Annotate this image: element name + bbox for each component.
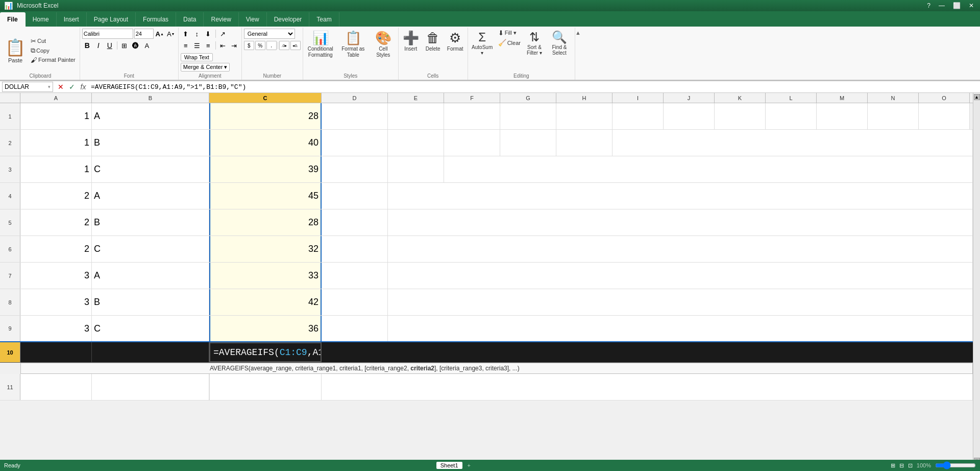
- tab-review[interactable]: Review: [204, 12, 238, 27]
- cell-rest2[interactable]: [612, 130, 973, 156]
- insert-button[interactable]: ➕ Insert: [401, 29, 421, 53]
- orientation-button[interactable]: ↗: [218, 29, 228, 39]
- tab-data[interactable]: Data: [176, 12, 204, 27]
- cell-rest3[interactable]: [444, 156, 973, 182]
- col-header-g[interactable]: G: [500, 93, 556, 103]
- cell-o1[interactable]: [919, 103, 970, 129]
- cell-b8[interactable]: B: [92, 289, 209, 315]
- maximize-btn[interactable]: ⬜: [951, 2, 963, 9]
- cell-c10[interactable]: =AVERAGEIFS(C1:C9,A1:A9,">1",B1:B9,"C"): [209, 342, 322, 362]
- fill-button[interactable]: ⬇ Fill ▾: [496, 29, 523, 37]
- cell-c4[interactable]: 45: [209, 183, 322, 209]
- align-left-button[interactable]: ≡: [181, 40, 191, 51]
- cell-c9[interactable]: 36: [209, 316, 322, 341]
- cell-c11[interactable]: [209, 374, 322, 400]
- cell-e1[interactable]: [388, 103, 444, 129]
- cell-a9[interactable]: 3: [20, 316, 92, 341]
- font-color-button[interactable]: A: [142, 40, 152, 51]
- comma-format-button[interactable]: ,: [266, 41, 277, 50]
- cell-c7[interactable]: 33: [209, 263, 322, 289]
- row-header-1[interactable]: 1: [0, 103, 20, 129]
- col-header-b[interactable]: B: [92, 93, 209, 103]
- decrease-decimal-button[interactable]: ◂0.: [290, 41, 301, 50]
- cell-a1[interactable]: 1: [20, 103, 92, 129]
- indent-increase-button[interactable]: ⇥: [229, 40, 239, 51]
- formula-function-button[interactable]: fx: [79, 83, 88, 91]
- percent-format-button[interactable]: %: [255, 41, 265, 50]
- cell-b2[interactable]: B: [92, 130, 209, 156]
- cell-a5[interactable]: 2: [20, 209, 92, 236]
- cell-d6[interactable]: [322, 236, 388, 262]
- sort-filter-button[interactable]: ⇅ Sort &Filter ▾: [524, 29, 545, 57]
- col-header-f[interactable]: F: [444, 93, 500, 103]
- col-header-j[interactable]: J: [664, 93, 715, 103]
- align-middle-button[interactable]: ↕: [192, 29, 202, 39]
- number-format-dropdown[interactable]: General Number Currency Accounting Short…: [244, 29, 295, 39]
- increase-font-size-button[interactable]: A▲: [155, 29, 165, 39]
- row-header-4[interactable]: 4: [0, 183, 20, 209]
- copy-button[interactable]: ⧉ Copy: [29, 46, 78, 55]
- cell-c2[interactable]: 40: [209, 130, 322, 156]
- expand-ribbon-button[interactable]: ▲: [575, 28, 583, 80]
- cell-d8[interactable]: [322, 289, 388, 315]
- bold-button[interactable]: B: [82, 40, 92, 51]
- cell-d2[interactable]: [322, 130, 388, 156]
- format-painter-button[interactable]: 🖌 Format Painter: [29, 56, 78, 64]
- wrap-text-button[interactable]: Wrap Text: [181, 53, 213, 61]
- cell-d4[interactable]: [322, 183, 388, 209]
- cut-button[interactable]: ✂ Cut: [29, 37, 78, 45]
- cell-b7[interactable]: A: [92, 263, 209, 289]
- cell-b11[interactable]: [92, 374, 209, 400]
- tab-team[interactable]: Team: [309, 12, 339, 27]
- italic-button[interactable]: I: [93, 40, 104, 51]
- view-controls[interactable]: ⊞ ⊟ ⊡ 100%: [891, 462, 976, 469]
- cell-a10[interactable]: [20, 342, 92, 362]
- formula-input[interactable]: [91, 83, 978, 91]
- col-header-k[interactable]: K: [715, 93, 766, 103]
- col-header-d[interactable]: D: [322, 93, 388, 103]
- row-header-5[interactable]: 5: [0, 209, 20, 236]
- font-size-input[interactable]: [134, 29, 154, 39]
- find-select-button[interactable]: 🔍 Find & Select: [546, 29, 573, 57]
- normal-view-btn[interactable]: ⊞: [891, 462, 895, 469]
- align-center-button[interactable]: ☰: [192, 40, 202, 51]
- col-header-a[interactable]: A: [20, 93, 92, 103]
- cell-c1[interactable]: 28: [209, 103, 322, 129]
- format-button[interactable]: ⚙ Format: [445, 29, 465, 53]
- cell-b4[interactable]: A: [92, 183, 209, 209]
- align-bottom-button[interactable]: ⬇: [203, 29, 213, 39]
- align-right-button[interactable]: ≡: [203, 40, 213, 51]
- cell-h1[interactable]: [556, 103, 612, 129]
- zoom-slider[interactable]: [935, 462, 976, 468]
- cell-g1[interactable]: [500, 103, 556, 129]
- tab-page-layout[interactable]: Page Layout: [87, 12, 136, 27]
- cell-n1[interactable]: [868, 103, 919, 129]
- col-header-e[interactable]: E: [388, 93, 444, 103]
- fill-color-button[interactable]: 🅐: [131, 40, 141, 51]
- dollar-format-button[interactable]: $: [244, 41, 254, 50]
- cell-m1[interactable]: [817, 103, 868, 129]
- cell-rest11[interactable]: [322, 374, 973, 400]
- tab-home[interactable]: Home: [26, 12, 57, 27]
- cell-d9[interactable]: [322, 316, 388, 341]
- cell-c5[interactable]: 28: [209, 209, 322, 236]
- tab-developer[interactable]: Developer: [267, 12, 310, 27]
- col-header-m[interactable]: M: [817, 93, 868, 103]
- row-header-3[interactable]: 3: [0, 156, 20, 182]
- name-box[interactable]: DOLLAR ▾: [2, 82, 53, 92]
- cell-rest5[interactable]: [388, 209, 973, 236]
- col-header-c[interactable]: C: [209, 93, 322, 103]
- cell-h2[interactable]: [556, 130, 612, 156]
- row-header-6[interactable]: 6: [0, 236, 20, 262]
- cell-g2[interactable]: [500, 130, 556, 156]
- help-btn[interactable]: ?: [925, 2, 933, 9]
- cell-e2[interactable]: [388, 130, 444, 156]
- tab-file[interactable]: File: [0, 12, 26, 27]
- sheet-tabs[interactable]: Sheet1 +: [436, 462, 475, 469]
- row-header-7[interactable]: 7: [0, 263, 20, 289]
- cell-d5[interactable]: [322, 209, 388, 236]
- delete-button[interactable]: 🗑 Delete: [423, 29, 443, 53]
- cell-d7[interactable]: [322, 263, 388, 289]
- col-header-h[interactable]: H: [556, 93, 612, 103]
- cell-a4[interactable]: 2: [20, 183, 92, 209]
